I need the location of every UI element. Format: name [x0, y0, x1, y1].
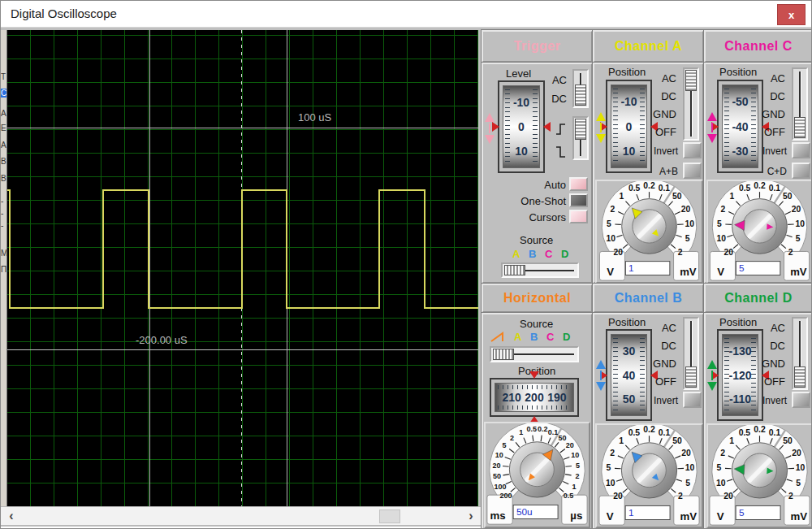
channel-a-nudge-arrows[interactable] — [595, 112, 606, 143]
horizontal-source-handle[interactable] — [493, 349, 514, 360]
svg-text:mV: mV — [790, 266, 807, 278]
horizontal-scrollbar[interactable]: ‹ › — [1, 506, 482, 526]
svg-text:2: 2 — [720, 449, 725, 457]
trigger-source-slider[interactable] — [501, 262, 579, 278]
channel-c-position-dial[interactable]: -50 -40 -30 — [717, 80, 763, 173]
channel-a-panel: Channel A Position -10 0 10 AC DC GND OF… — [593, 30, 704, 284]
svg-text:5: 5 — [717, 463, 722, 472]
scroll-left-icon[interactable]: ‹ — [4, 509, 19, 523]
dial-value: 0 — [611, 120, 646, 133]
one-shot-button[interactable] — [569, 193, 588, 207]
coupling-dc-label: DC — [661, 90, 676, 102]
channel-c-nudge-arrows[interactable] — [706, 112, 717, 143]
left-marker: B — [1, 174, 7, 183]
channel-b-nudge-arrows[interactable] — [595, 360, 606, 391]
trigger-header: Trigger — [482, 30, 593, 63]
svg-text:20: 20 — [681, 205, 691, 214]
window-title: Digital Oscilloscope — [11, 7, 117, 20]
channel-d-coupling-slider[interactable] — [792, 317, 808, 390]
coupling-ac-label: AC — [662, 72, 676, 85]
horizontal-source-slider[interactable] — [490, 346, 579, 362]
channel-c-coupling-slider[interactable] — [792, 67, 808, 141]
svg-text:2: 2 — [611, 205, 615, 214]
channel-d-panel: Channel D Position -130 -120 -110 AC DC … — [704, 284, 812, 529]
source-c-label: C — [545, 248, 552, 260]
channel-c-coupling-handle[interactable] — [794, 117, 806, 138]
svg-text:2: 2 — [610, 449, 615, 457]
dial-face: 210 200 190 — [495, 383, 574, 412]
scroll-right-icon[interactable]: › — [464, 509, 478, 523]
svg-text:20: 20 — [681, 449, 691, 457]
coupling-dc-label: DC — [770, 340, 785, 352]
coupling-ac-label: AC — [771, 72, 785, 85]
channel-b-invert-label: Invert — [654, 395, 678, 406]
dial-face: -130 -120 -110 — [722, 334, 758, 416]
coupling-dc-label: DC — [661, 340, 676, 352]
svg-text:0.5: 0.5 — [527, 425, 538, 433]
channel-d-invert-button[interactable] — [792, 392, 810, 408]
left-marker: - — [1, 221, 7, 230]
svg-text:0.1: 0.1 — [659, 428, 671, 437]
svg-text:V: V — [607, 510, 614, 522]
channel-a-coupling-slider[interactable] — [683, 67, 699, 141]
scrollbar-thumb[interactable] — [379, 509, 400, 523]
waveform-layer — [7, 30, 478, 506]
horizontal-header: Horizontal — [482, 284, 593, 313]
svg-text:5: 5 — [685, 479, 690, 488]
channel-b-coupling-slider[interactable] — [683, 317, 699, 390]
channel-c-cplusd-button[interactable] — [792, 163, 810, 179]
svg-text:mV: mV — [790, 510, 807, 522]
dial-value: -130 — [723, 345, 758, 358]
svg-text:1: 1 — [572, 483, 577, 491]
channel-d-scale-knob[interactable]: 20105210.50.20.150201052VmV5 — [706, 423, 812, 528]
svg-text:1: 1 — [619, 192, 624, 201]
dial-value: -30 — [723, 145, 758, 158]
close-button[interactable]: x — [777, 4, 806, 25]
left-edge-markers: TCAEABB---MП — [1, 30, 7, 506]
cursors-button[interactable] — [569, 210, 588, 223]
channel-d-coupling-handle[interactable] — [794, 366, 806, 388]
channel-a-invert-button[interactable] — [683, 142, 702, 158]
svg-text:2: 2 — [788, 492, 793, 501]
svg-text:1: 1 — [628, 507, 634, 518]
trigger-level-dial[interactable]: -10 0 10 — [498, 80, 545, 173]
coupling-gnd-label: GND — [762, 108, 785, 120]
coupling-dc-label: DC — [770, 90, 785, 102]
channel-b-invert-button[interactable] — [683, 392, 702, 408]
channel-d-position-dial[interactable]: -130 -120 -110 — [717, 329, 763, 421]
channel-d-nudge-arrows[interactable] — [706, 360, 717, 391]
dial-face: 30 40 50 — [611, 334, 647, 416]
channel-b-position-dial[interactable]: 30 40 50 — [606, 329, 652, 421]
channel-a-position-dial[interactable]: -10 0 10 — [606, 80, 652, 173]
auto-button[interactable] — [569, 177, 588, 191]
channel-a-coupling-handle[interactable] — [685, 70, 697, 91]
trigger-source-handle[interactable] — [504, 265, 525, 275]
channel-b-header: Channel B — [593, 284, 704, 313]
svg-text:V: V — [607, 266, 614, 278]
channel-b-scale-knob[interactable]: 20105210.50.20.150201052VmV1 — [595, 423, 703, 528]
channel-c-scale-knob[interactable]: 20105210.50.20.150201052VmV5 — [706, 180, 812, 284]
coupling-off-label: OFF — [655, 375, 676, 388]
dial-value: -10 — [611, 95, 646, 108]
svg-text:50: 50 — [672, 192, 682, 201]
channel-b-coupling-handle[interactable] — [685, 366, 697, 388]
source-b-label: B — [530, 331, 538, 343]
channel-a-aplusb-button[interactable] — [683, 163, 702, 179]
svg-text:10: 10 — [606, 479, 615, 488]
channel-a-scale-knob[interactable]: 20105210.50.20.150201052VmV1 — [595, 180, 703, 284]
horizontal-position-dial[interactable]: 210 200 190 — [490, 378, 579, 417]
svg-text:10: 10 — [796, 463, 806, 472]
trigger-edge-handle[interactable] — [575, 119, 586, 140]
horizontal-timebase-knob[interactable]: 2001005020105210.50.20.15020105210.5msµs… — [484, 422, 590, 528]
dial-value: -10 — [503, 96, 539, 109]
channel-c-cplusd-label: C+D — [767, 166, 787, 177]
trigger-coupling-handle[interactable] — [575, 85, 586, 106]
trigger-level-nudge-arrows[interactable] — [484, 113, 495, 144]
trigger-coupling-slider[interactable] — [572, 69, 589, 108]
svg-text:0.1: 0.1 — [769, 428, 781, 437]
coupling-off-label: OFF — [764, 375, 785, 388]
channel-c-invert-button[interactable] — [792, 142, 810, 158]
trigger-edge-slider[interactable] — [572, 116, 589, 160]
dial-value: -40 — [723, 120, 758, 133]
horizontal-source-label: Source — [520, 318, 553, 330]
